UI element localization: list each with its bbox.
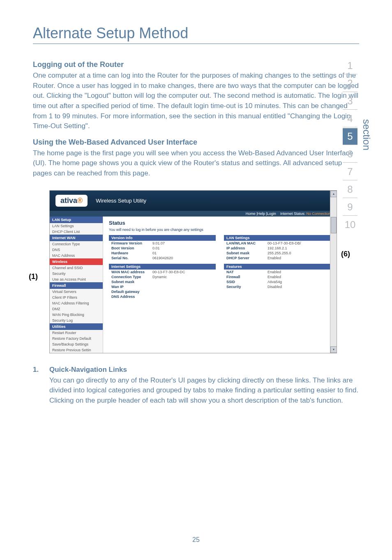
- dns-addr-key: DNS Address: [111, 295, 152, 299]
- heading-ui: Using the Web-Based Advanced User Interf…: [33, 138, 359, 147]
- tab-4[interactable]: 4: [343, 111, 357, 127]
- hardware-key: Hardware: [111, 251, 152, 255]
- firmware-ver-key: Firmware Version: [111, 241, 152, 245]
- nav-lan-setup[interactable]: LAN Setup: [50, 217, 103, 223]
- panel-version-info: Version Info: [109, 235, 216, 241]
- nav-restore-prev[interactable]: Restore Previous Settin: [50, 347, 103, 353]
- page-number: 25: [192, 536, 200, 544]
- router-header: ativa® Wireless Setup Utility: [50, 191, 337, 211]
- router-topbar: Home |Help |Login Internet Status: No Co…: [50, 211, 337, 217]
- scrollbar[interactable]: ▴ ▾: [330, 191, 337, 353]
- topbar-status-label: Internet Status:: [280, 212, 305, 216]
- scroll-down-icon[interactable]: ▾: [330, 346, 337, 353]
- serial-val: 0619042620: [152, 256, 173, 260]
- lan-mac-key: LAN/WLAN MAC: [226, 241, 267, 245]
- ssid-key: SSID: [226, 280, 267, 284]
- ativa-logo: ativa®: [55, 195, 88, 207]
- list-text-1: You can go directly to any of the Router…: [49, 376, 359, 406]
- router-screenshot-figure: (1) (2) (5) (4) (3) (6) (7) (8) (9) (10)…: [33, 190, 359, 353]
- topbar-links[interactable]: Home |Help |Login: [246, 212, 276, 216]
- subnet2-val: 255.255.255.0: [267, 251, 291, 255]
- lan-mac-val: 00-13-F7-30-E8-DB/: [267, 241, 301, 245]
- nav-mac-filter[interactable]: MAC Address Filtering: [50, 300, 103, 306]
- nav-firewall[interactable]: Firewall: [50, 282, 103, 289]
- list-heading-1: Quick-Navigation Links: [49, 366, 359, 374]
- wan-ip-key: Wan IP: [111, 285, 152, 289]
- conn-type-val: Dynamic: [152, 275, 167, 279]
- tab-7[interactable]: 7: [343, 164, 357, 180]
- nav-internet-wan[interactable]: Internet WAN: [50, 235, 103, 241]
- wan-mac-key: WAN MAC address: [111, 270, 152, 274]
- panel-right: LAN Settings LAN/WLAN MAC00-13-F7-30-E8-…: [224, 235, 331, 299]
- nav-wan-ping[interactable]: WAN Ping Blocking: [50, 312, 103, 318]
- header-title: Wireless Setup Utility: [96, 198, 146, 204]
- router-window: ativa® Wireless Setup Utility Home |Help…: [49, 190, 337, 353]
- nav-security[interactable]: Security: [50, 271, 103, 277]
- fw-key: Firewall: [226, 275, 267, 279]
- nav-restart[interactable]: Restart Router: [50, 330, 103, 336]
- scroll-up-icon[interactable]: ▴: [330, 191, 337, 197]
- panel-lan-settings: LAN Settings: [224, 235, 331, 241]
- nav-save-backup[interactable]: Save/Backup Settings: [50, 341, 103, 347]
- tab-3[interactable]: 3: [343, 93, 357, 110]
- body-ui: The home page is the first page you will…: [33, 148, 359, 179]
- tab-2[interactable]: 2: [343, 75, 357, 92]
- nav-channel-ssid[interactable]: Channel and SSID: [50, 265, 103, 271]
- heading-logout: Logging out of the Router: [33, 60, 359, 69]
- page-title: Alternate Setup Method: [33, 25, 359, 42]
- nav-dhcp-client[interactable]: DHCP Client List: [50, 229, 103, 235]
- body-logout: One computer at a time can log into the …: [33, 71, 359, 131]
- dhcp-key: DHCP Server: [226, 256, 267, 260]
- tab-5[interactable]: 5: [343, 128, 357, 145]
- nav-lan-settings[interactable]: LAN Settings: [50, 223, 103, 229]
- topbar-status-value: No Connection: [306, 212, 331, 216]
- fw-val: Enabled: [267, 275, 281, 279]
- hardware-val: 01: [152, 251, 157, 255]
- nav-conn-type[interactable]: Connection Type: [50, 241, 103, 247]
- content-area: Status You will need to log in before yo…: [103, 217, 337, 353]
- nat-key: NAT: [226, 270, 267, 274]
- nav-sec-log[interactable]: Security Log: [50, 318, 103, 323]
- section-label: section: [361, 119, 372, 150]
- boot-ver-key: Boot Version: [111, 246, 152, 250]
- sec-key: Security: [226, 285, 267, 289]
- tab-6[interactable]: 6: [343, 146, 357, 163]
- panel-features: Features: [224, 264, 331, 270]
- wan-mac-val: 00-13-F7-30-E8-DC: [152, 270, 185, 274]
- firmware-ver-val: 9.01.07: [152, 241, 165, 245]
- ssid-val: Ativa54g: [267, 280, 282, 284]
- scroll-thumb[interactable]: [331, 217, 337, 233]
- login-note: You will need to log in before you are c…: [109, 228, 331, 232]
- panel-left: Version Info Firmware Version9.01.07 Boo…: [109, 235, 216, 299]
- nav-mac-addr[interactable]: MAC Address: [50, 253, 103, 258]
- list-num-1: 1.: [33, 366, 49, 406]
- subnet-key: Subnet mask: [111, 280, 152, 284]
- conn-type-key: Connection Type: [111, 275, 152, 279]
- nav-use-ap[interactable]: Use as Access Point: [50, 277, 103, 282]
- nav-restore-factory[interactable]: Restore Factory Default: [50, 336, 103, 341]
- callout-1: (1): [29, 272, 38, 281]
- gateway-key: Default gateway: [111, 290, 152, 294]
- list-item-1: 1. Quick-Navigation Links You can go dir…: [33, 366, 359, 406]
- panel-internet-settings: Internet Settings: [109, 264, 216, 270]
- tab-1[interactable]: 1: [343, 58, 357, 74]
- ip-addr-val: 192.168.2.1: [267, 246, 287, 250]
- callout-6: (6): [341, 250, 350, 258]
- nav-sidebar: LAN Setup LAN Settings DHCP Client List …: [50, 217, 103, 353]
- dhcp-val: Enabled: [267, 256, 281, 260]
- nav-dns[interactable]: DNS: [50, 247, 103, 253]
- ip-addr-key: IP address: [226, 246, 267, 250]
- nav-client-ip[interactable]: Client IP Filters: [50, 295, 103, 300]
- subnet2-key: Subnet mask: [226, 251, 267, 255]
- sec-val: Disabled: [267, 285, 282, 289]
- title-underline: [33, 44, 359, 44]
- nav-virtual-servers[interactable]: Virtual Servers: [50, 289, 103, 295]
- nav-wireless[interactable]: Wireless: [50, 258, 103, 265]
- nav-utilities[interactable]: Utilities: [50, 323, 103, 330]
- boot-ver-val: 0.01: [152, 246, 160, 250]
- router-body: LAN Setup LAN Settings DHCP Client List …: [50, 217, 337, 353]
- nat-val: Enabled: [267, 270, 281, 274]
- serial-key: Serial No.: [111, 256, 152, 260]
- nav-dmz[interactable]: DMZ: [50, 306, 103, 312]
- status-label: Status: [109, 220, 331, 226]
